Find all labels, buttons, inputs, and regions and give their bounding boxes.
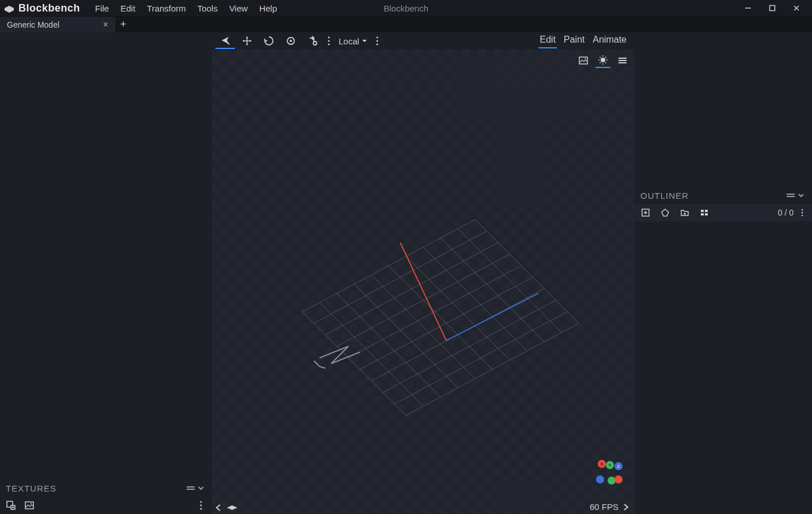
transform-space-dropdown[interactable]: Local xyxy=(335,35,371,47)
vertex-snap-tool-button[interactable] xyxy=(303,33,322,49)
tab-close-button[interactable]: × xyxy=(103,20,108,30)
outliner-panel-header[interactable]: OUTLINER xyxy=(635,187,812,204)
viewport-3d[interactable]: X Y Z 60 FPS xyxy=(212,50,635,514)
menu-file[interactable]: File xyxy=(89,1,115,16)
menu-edit[interactable]: Edit xyxy=(115,1,141,16)
svg-line-58 xyxy=(600,62,601,63)
window-controls xyxy=(736,0,809,16)
window-close-button[interactable] xyxy=(784,0,809,16)
menu-view[interactable]: View xyxy=(223,1,253,16)
window-title: Blockbench xyxy=(384,3,428,13)
drag-handle-icon[interactable] xyxy=(786,190,796,201)
svg-point-51 xyxy=(601,58,605,62)
svg-line-59 xyxy=(605,57,606,58)
drag-handle-icon[interactable] xyxy=(185,483,196,493)
svg-point-14 xyxy=(200,508,202,510)
create-texture-button[interactable] xyxy=(23,499,36,512)
menu-transform[interactable]: Transform xyxy=(141,1,192,16)
more-icon[interactable] xyxy=(797,207,807,218)
resize-tool-button[interactable] xyxy=(237,33,257,49)
outliner-count: 0 / 0 xyxy=(778,207,807,218)
uv-panel xyxy=(0,32,212,479)
svg-rect-1 xyxy=(770,6,775,11)
chevron-left-icon[interactable] xyxy=(215,504,221,512)
app-name: Blockbench xyxy=(18,2,80,14)
tab-add-button[interactable]: + xyxy=(115,17,131,32)
timeline-controls xyxy=(215,504,238,512)
svg-point-13 xyxy=(200,505,202,507)
tab-label: Generic Model xyxy=(7,20,59,29)
svg-line-57 xyxy=(605,62,606,63)
toggle-options-button[interactable] xyxy=(698,206,711,219)
pivot-tool-button[interactable] xyxy=(281,33,301,49)
svg-point-22 xyxy=(328,44,330,46)
window-maximize-button[interactable] xyxy=(760,0,784,16)
svg-rect-79 xyxy=(701,210,704,212)
rotate-tool-button[interactable] xyxy=(259,33,279,49)
svg-point-21 xyxy=(328,40,330,42)
svg-line-45 xyxy=(458,229,561,332)
add-cube-button[interactable] xyxy=(639,206,652,219)
svg-line-41 xyxy=(389,266,492,369)
svg-point-84 xyxy=(802,212,803,214)
textures-panel-header[interactable]: TEXTURES xyxy=(0,479,212,497)
document-tab-active[interactable]: Generic Model × xyxy=(0,17,115,32)
blockbench-icon xyxy=(3,2,15,14)
svg-point-20 xyxy=(328,37,330,39)
svg-point-50 xyxy=(585,58,586,59)
element-panel xyxy=(635,32,812,187)
svg-point-83 xyxy=(802,209,803,211)
svg-text:Z: Z xyxy=(617,464,620,469)
screenshot-button[interactable] xyxy=(576,53,591,68)
ground-grid xyxy=(262,162,585,439)
app-logo[interactable]: Blockbench xyxy=(3,2,80,14)
mode-animate-tab[interactable]: Animate xyxy=(591,33,628,48)
viewport-menu-button[interactable] xyxy=(615,53,630,68)
chevron-right-icon[interactable] xyxy=(623,503,629,511)
outliner-count-value: 0 / 0 xyxy=(778,208,794,217)
svg-text:X: X xyxy=(600,462,604,467)
textures-toolbar xyxy=(0,497,212,514)
mode-edit-tab[interactable]: Edit xyxy=(538,33,557,48)
svg-point-12 xyxy=(200,501,202,503)
outliner-title: OUTLINER xyxy=(640,191,689,201)
main-area: TEXTURES xyxy=(0,32,812,514)
menu-help[interactable]: Help xyxy=(253,1,283,16)
svg-rect-82 xyxy=(705,213,708,216)
svg-rect-80 xyxy=(705,210,708,212)
more-icon[interactable] xyxy=(195,499,207,512)
window-minimize-button[interactable] xyxy=(736,0,760,16)
orientation-gizmo[interactable]: X Y Z xyxy=(592,455,624,487)
import-texture-button[interactable] xyxy=(5,499,17,512)
svg-point-19 xyxy=(313,41,317,45)
add-mesh-button[interactable] xyxy=(659,206,671,219)
svg-point-24 xyxy=(376,40,378,42)
svg-line-42 xyxy=(406,256,510,360)
svg-line-43 xyxy=(423,247,527,351)
outliner-panel: OUTLINER xyxy=(635,187,812,221)
mode-paint-tab[interactable]: Paint xyxy=(563,33,586,48)
fps-label: 60 FPS xyxy=(590,502,619,512)
svg-rect-81 xyxy=(701,213,704,216)
chevron-down-icon[interactable] xyxy=(796,190,806,201)
outliner-toolbar: 0 / 0 xyxy=(635,204,812,221)
center-area: Local Edit Paint Animate xyxy=(212,32,635,514)
shading-toggle-button[interactable] xyxy=(595,53,610,68)
timeline-marker-icon[interactable] xyxy=(226,504,238,511)
chevron-down-icon[interactable] xyxy=(196,483,206,493)
svg-text:Y: Y xyxy=(608,463,612,468)
add-group-button[interactable] xyxy=(678,206,691,219)
svg-line-46 xyxy=(475,220,579,323)
svg-point-18 xyxy=(290,40,292,42)
right-sidebar: OUTLINER xyxy=(635,32,812,514)
svg-line-39 xyxy=(354,284,458,388)
transform-space-label: Local xyxy=(339,36,359,46)
svg-line-44 xyxy=(441,238,544,342)
menu-tools[interactable]: Tools xyxy=(192,1,223,16)
move-tool-button[interactable] xyxy=(215,33,235,49)
mode-tabs: Edit Paint Animate xyxy=(538,33,631,48)
svg-line-37 xyxy=(320,303,423,406)
svg-point-11 xyxy=(31,503,32,504)
toolbar-more-icon[interactable] xyxy=(325,33,333,49)
toolbar-more2-icon[interactable] xyxy=(373,33,381,49)
